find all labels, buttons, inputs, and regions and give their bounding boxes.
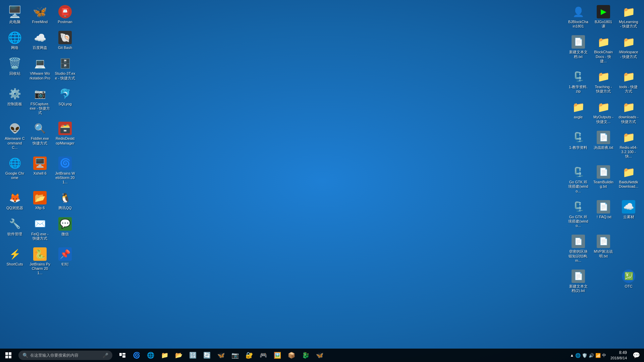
taskbar-icon-capture[interactable]: 📷 [228,349,242,362]
icon-gogtk-win1[interactable]: 🗜️ Go GTK 环境搭建(windo... [567,164,590,195]
taskbar-icon-file[interactable]: 📂 [172,349,185,362]
taskview-button[interactable] [116,349,129,362]
icon-blockchaindocs[interactable]: 📁 BlockChainDocs - 快捷... [592,34,615,65]
icon-baidunetdl[interactable]: 📁 BaiduNetdkDownload... [617,164,640,195]
icon-soft-manager[interactable]: 🔧 软件管理 [3,216,26,242]
taskbar-app-icons: 🌀 🌐 📁 📂 🔢 🔄 🦋 📷 🔐 🎮 🖼️ 📦 🐉 🦋 [114,349,570,362]
desktop: 🖥️ 此电脑 🦋 FreeMind 📮 Postman 🌐 网络 ☁️ 百度网盘… [0,0,644,349]
svg-rect-2 [5,356,8,358]
clock-date: 2018/8/14 [610,356,627,361]
icon-xftp[interactable]: 📂 Xftp 6 [29,189,51,212]
icon-wechat[interactable]: 💬 微信 [54,216,76,242]
icon-recycle[interactable]: 🗑️ 回收站 [3,55,26,82]
tray-chevron[interactable]: ▲ [570,353,574,358]
icon-redisdesktop[interactable]: 🗃️ RedisDesktopManager [54,120,76,152]
icon-newtxt[interactable]: 📄 新建文本文档.txt [567,34,590,65]
tray-network[interactable]: 🌐 [575,353,581,358]
desktop-icons-right: 👤 BJBlockChain1801 ▶ BJGo1801课 📁 MyLearn… [567,3,641,295]
icon-1jiaoxue2[interactable]: 🗜️ 1-教学资料 [567,129,590,161]
taskbar-icon-photo[interactable]: 🖼️ [271,349,284,362]
icon-newtxt2[interactable]: 📄 新建文本文档(2).txt [567,268,590,295]
desktop-icons-left: 🖥️ 此电脑 🦋 FreeMind 📮 Postman 🌐 网络 ☁️ 百度网盘… [3,3,77,277]
icon-control[interactable]: ⚙️ 控制面板 [3,85,26,117]
svg-rect-3 [9,356,11,358]
icon-dingding[interactable]: 📌 钉钉 [54,246,76,277]
icon-iworkspace[interactable]: 📁 iWorkspace - 快捷方式 [617,34,640,65]
taskbar-icon-edge[interactable]: 🌀 [130,349,143,362]
icon-gitbash[interactable]: 🐚 Git Bash [54,29,76,52]
icon-pycharm[interactable]: 🐍 JetBrains PyCharm 201... [29,246,51,277]
icon-tools[interactable]: 📁 tools - 快捷方式 [617,68,640,95]
icon-tencentqq[interactable]: 🐧 腾讯QQ [54,189,76,212]
tray-shield[interactable]: 🛡️ [582,353,587,358]
icon-chrome[interactable]: 🌐 Google Chrome [3,155,26,186]
icon-shortcuts[interactable]: ⚡ ShortCuts [3,246,26,277]
icon-postman[interactable]: 📮 Postman [54,3,76,26]
icon-gogtk-win2[interactable]: 🗜️ Go GTK 环境搭建(windo... [567,198,590,230]
icon-studio3t[interactable]: 🗄️ Studio-3T.exe - 快捷方式 [54,55,76,82]
icon-myoutputs[interactable]: 📁 MyOutputs - 快捷文... [592,99,615,125]
icon-sqlyog[interactable]: 🐬 SQLyog [54,85,76,117]
icon-fscapture[interactable]: 📷 FSCapture.exe - 快捷方式 [29,85,51,117]
taskbar-right: ▲ 🌐 🛡️ 🔊 📶 中 8:49 2018/8/14 💬 [570,349,644,362]
tray-volume[interactable]: 🔊 [589,353,594,358]
svg-rect-6 [122,355,125,358]
svg-rect-0 [5,352,8,355]
tray-network2[interactable]: 📶 [595,353,601,358]
icon-baidu[interactable]: ☁️ 百度网盘 [29,29,51,52]
svg-rect-5 [122,353,125,355]
taskbar-icon-explorer[interactable]: 📁 [158,349,171,362]
svg-rect-1 [9,352,11,355]
taskbar: 🔍 🎤 🌀 🌐 📁 📂 🔢 🔄 🦋 📷 🔐 🎮 🖼️ 📦 🐉 🦋 ▲ 🌐 [0,349,644,362]
icon-axgle[interactable]: 📁 axgle [567,99,590,125]
taskbar-search-box[interactable]: 🔍 🎤 [18,351,112,360]
icon-faq[interactable]: 📄 ！FAQ.txt [592,198,615,230]
icon-redis-x64[interactable]: 📁 Redis-x64-3.2.100 - 快... [617,129,640,161]
taskbar-icon-dragon[interactable]: 🐉 [299,349,312,362]
icon-webstorm[interactable]: 🌀 JetBrains WebStorm 201... [54,155,76,186]
icon-liulan-area[interactable]: 📄 窃密的区块链知识结构.m... [567,233,590,264]
icon-bjgo1801[interactable]: ▶ BJGo1801课 [592,3,615,30]
taskbar-icon-game[interactable]: 🎮 [257,349,270,362]
icon-1jiaoxue[interactable]: 🗜️ 1-教学资料.zip [567,68,590,95]
taskbar-icon-chrome[interactable]: 🌐 [144,349,157,362]
icon-teaching[interactable]: 📁 Teaching - 快捷方式 [592,68,615,95]
taskbar-clock[interactable]: 8:49 2018/8/14 [608,350,630,361]
icon-bjblockchain[interactable]: 👤 BJBlockChain1801 [567,3,590,30]
start-button[interactable] [0,349,17,362]
svg-rect-4 [119,353,122,356]
taskbar-icon-freemind[interactable]: 🦋 [214,349,228,362]
icon-otc[interactable]: 💹 OTC [617,268,640,295]
icon-downloads[interactable]: 📁 downloads - 快捷方式 [617,99,640,125]
icon-vmware[interactable]: 💻 VMware Workstation Pro [29,55,51,82]
icon-fiddler[interactable]: 🔍 Fiddler.exe 快捷方式 [29,120,51,152]
icon-xshell[interactable]: 🖥️ Xshell 6 [29,155,51,186]
icon-computer[interactable]: 🖥️ 此电脑 [3,3,26,26]
icon-alienware[interactable]: 👽 Alienware Command C... [3,120,26,152]
taskbar-icon-refresh[interactable]: 🔄 [200,349,214,362]
icon-feiq[interactable]: ✉️ FeiQ.exe - 快捷方式 [29,216,51,242]
search-input[interactable] [30,353,101,358]
clock-time: 8:49 [610,350,627,356]
system-tray-icons: ▲ 🌐 🛡️ 🔊 📶 中 [570,353,606,358]
taskbar-icon-lock[interactable]: 🔐 [243,349,256,362]
taskbar-icon-package[interactable]: 📦 [285,349,298,362]
icon-qq-browser[interactable]: 🦊 QQ浏览器 [3,189,26,212]
taskbar-icon-butterfly[interactable]: 🦋 [313,349,326,362]
notification-button[interactable]: 💬 [631,349,641,362]
icon-mvp[interactable]: 📄 MVP算法说明.txt [592,233,615,264]
icon-network[interactable]: 🌐 网络 [3,29,26,52]
icon-freemind[interactable]: 🦋 FreeMind [29,3,51,26]
icon-mylearning[interactable]: 📁 MyLearning - 快捷方式 [617,3,640,30]
icon-qianzhan[interactable]: 📄 决战前夜.txt [592,129,615,161]
taskbar-icon-calc[interactable]: 🔢 [186,349,200,362]
icon-teambuilding[interactable]: 📄 TeamBuilding.txt [592,164,615,195]
tray-ime[interactable]: 中 [602,353,606,358]
icon-cloud[interactable]: ☁️ 云雾材 [617,198,640,230]
